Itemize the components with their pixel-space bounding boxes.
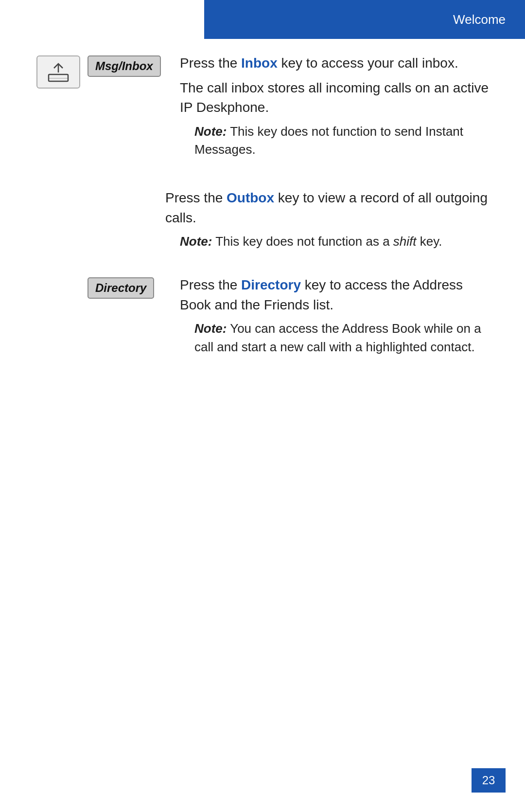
outbox-prefix: Press the — [165, 190, 227, 205]
inbox-button-col: Msg/Inbox — [88, 55, 165, 77]
inbox-icon-col — [29, 55, 88, 89]
directory-button: Directory — [88, 277, 154, 299]
directory-section: Directory Press the Directory key to acc… — [29, 275, 496, 361]
header-bar: Welcome — [204, 0, 525, 39]
inbox-prefix: Press the — [180, 55, 241, 71]
inbox-text-col: Press the Inbox key to access your call … — [180, 54, 496, 164]
outbox-note: Note: This key does not function as a sh… — [180, 233, 496, 251]
inbox-line2: The call inbox stores all incoming calls… — [180, 78, 496, 118]
inbox-suffix: key to access your call inbox. — [278, 55, 458, 71]
inbox-note-body: This key does not function to send Insta… — [194, 124, 463, 157]
directory-button-col: Directory — [88, 277, 165, 299]
directory-line1: Press the Directory key to access the Ad… — [180, 275, 496, 315]
dir-note-label: Note: — [194, 321, 227, 336]
outbox-shift: shift — [393, 234, 417, 249]
inbox-section: Msg/Inbox Press the Inbox key to access … — [29, 54, 496, 164]
inbox-note: Note: This key does not function to send… — [194, 123, 496, 159]
phone-icon-box — [36, 55, 80, 89]
directory-note: Note: You can access the Address Book wh… — [194, 320, 496, 356]
outbox-note-body2: key. — [417, 234, 442, 249]
outbox-note-body1: This key does not function as a — [212, 234, 393, 249]
inbox-icon — [46, 60, 70, 84]
page-number: 23 — [472, 768, 506, 793]
dir-highlight: Directory — [241, 277, 301, 292]
svg-rect-0 — [49, 74, 68, 81]
msg-inbox-button: Msg/Inbox — [88, 55, 161, 77]
outbox-line1: Press the Outbox key to view a record of… — [165, 188, 496, 228]
outbox-note-text: Note: This key does not function as a sh… — [180, 234, 442, 249]
inbox-note-text: Note: This key does not function to send… — [194, 124, 463, 157]
inbox-line1: Press the Inbox key to access your call … — [180, 54, 496, 73]
directory-text-col: Press the Directory key to access the Ad… — [180, 275, 496, 361]
outbox-section: Press the Outbox key to view a record of… — [29, 188, 496, 251]
outbox-highlight: Outbox — [227, 190, 274, 205]
outbox-note-label: Note: — [180, 234, 212, 249]
dir-prefix: Press the — [180, 277, 241, 292]
page-content: Msg/Inbox Press the Inbox key to access … — [29, 54, 496, 386]
inbox-note-label: Note: — [194, 124, 227, 139]
inbox-highlight: Inbox — [241, 55, 278, 71]
dir-note-body: You can access the Address Book while on… — [194, 321, 481, 354]
dir-note-text: Note: You can access the Address Book wh… — [194, 321, 481, 354]
header-title: Welcome — [453, 12, 506, 27]
